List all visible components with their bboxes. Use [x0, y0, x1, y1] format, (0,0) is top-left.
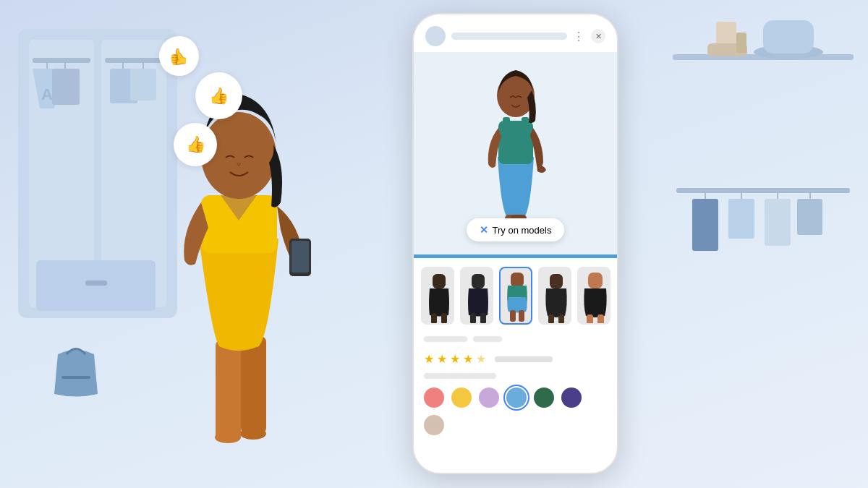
star-1: ★: [424, 352, 434, 366]
svg-rect-46: [433, 274, 446, 288]
svg-rect-16: [61, 376, 90, 379]
info-line-2: [473, 336, 502, 342]
model-thumb-5[interactable]: [577, 267, 610, 325]
model-thumb-4[interactable]: [538, 267, 571, 325]
star-4: ★: [463, 352, 473, 366]
color-swatch-purple[interactable]: [561, 388, 582, 408]
color-swatch-green[interactable]: [534, 388, 554, 408]
phone-mockup: ⋮ ✕: [412, 13, 618, 474]
svg-rect-50: [470, 313, 476, 324]
svg-rect-23: [676, 188, 850, 193]
bubble-dislike: 👎: [159, 36, 199, 76]
svg-rect-42: [522, 117, 529, 128]
app-menu-dots[interactable]: ⋮: [573, 30, 585, 43]
app-title-bar: [451, 33, 567, 40]
color-swatch-lavender[interactable]: [479, 388, 499, 408]
try-on-button-label: Try on models: [493, 225, 552, 236]
svg-rect-25: [692, 199, 718, 251]
svg-rect-56: [548, 314, 554, 324]
svg-rect-53: [510, 310, 516, 322]
rating-bar: [495, 356, 553, 362]
color-swatch-yellow[interactable]: [451, 388, 472, 408]
app-close-button[interactable]: ✕: [591, 29, 605, 43]
svg-rect-48: [441, 313, 447, 324]
extra-info-bar-2: [414, 370, 617, 382]
star-2: ★: [437, 352, 447, 366]
svg-rect-52: [511, 273, 524, 287]
svg-rect-60: [597, 314, 604, 325]
star-half: ★: [476, 352, 486, 366]
color-swatches: [414, 382, 617, 444]
svg-rect-31: [797, 199, 822, 235]
svg-rect-49: [472, 274, 485, 288]
info-line-1: [424, 336, 467, 342]
rating-section: ★ ★ ★ ★ ★: [414, 345, 617, 370]
model-thumb-2[interactable]: [460, 267, 493, 325]
color-swatch-pink[interactable]: [424, 388, 444, 408]
like-icon-1: 👍: [209, 87, 229, 106]
extra-info-bar: [414, 333, 617, 345]
svg-rect-54: [519, 310, 524, 322]
info-line-3: [424, 373, 496, 379]
svg-text:A: A: [41, 85, 53, 103]
app-bar: ⋮ ✕: [414, 14, 617, 52]
color-swatch-blue[interactable]: [506, 388, 527, 408]
svg-rect-35: [241, 336, 266, 434]
svg-rect-38: [292, 241, 309, 273]
star-3: ★: [450, 352, 460, 366]
svg-rect-29: [765, 199, 791, 246]
model-figure-svg: [465, 63, 566, 244]
like-icon-2: 👍: [186, 135, 205, 154]
svg-rect-9: [52, 69, 80, 105]
svg-rect-51: [480, 313, 486, 324]
svg-rect-55: [550, 274, 563, 288]
svg-rect-20: [736, 33, 746, 53]
scene: A: [0, 0, 868, 488]
svg-rect-57: [558, 314, 564, 324]
svg-rect-22: [763, 20, 814, 53]
svg-rect-27: [728, 199, 754, 239]
svg-rect-47: [431, 313, 437, 324]
model-thumb-1[interactable]: [421, 267, 454, 325]
wardrobe-cabinet-right: [658, 14, 868, 463]
product-image-area: ✕ Try on models: [414, 52, 617, 254]
color-swatch-beige[interactable]: [424, 415, 444, 435]
app-avatar: [425, 26, 446, 46]
model-thumb-3[interactable]: [499, 267, 532, 325]
dislike-icon: 👎: [169, 47, 189, 66]
svg-rect-3: [33, 58, 90, 63]
model-selector[interactable]: [414, 258, 617, 333]
svg-rect-41: [503, 117, 510, 128]
bubble-like-2: 👍: [174, 123, 217, 166]
svg-rect-58: [588, 273, 603, 288]
bubble-like-1: 👍: [195, 72, 242, 119]
svg-rect-59: [587, 314, 593, 325]
try-on-x-icon: ✕: [480, 224, 488, 236]
try-on-models-button[interactable]: ✕ Try on models: [467, 218, 565, 241]
svg-rect-34: [216, 340, 241, 441]
